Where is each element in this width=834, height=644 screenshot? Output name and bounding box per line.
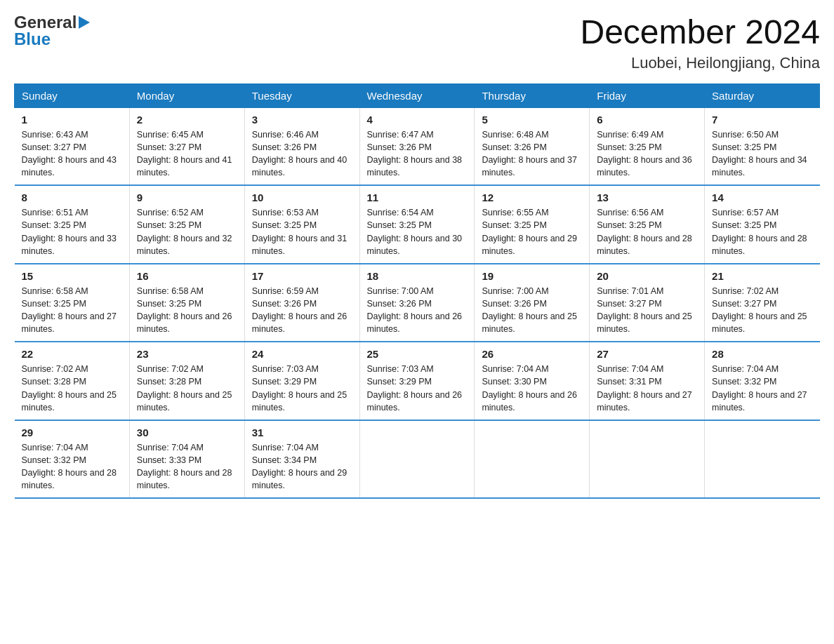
day-info: Sunrise: 7:04 AMSunset: 3:34 PMDaylight:… (252, 441, 352, 492)
logo-triangle-icon (79, 16, 90, 29)
weekday-header-friday: Friday (590, 83, 705, 107)
weekday-header-monday: Monday (129, 83, 244, 107)
day-info-line: Daylight: 8 hours and 25 minutes. (597, 311, 692, 334)
calendar-day-cell: 13Sunrise: 6:56 AMSunset: 3:25 PMDayligh… (590, 185, 705, 264)
day-info-line: Sunrise: 7:04 AM (712, 364, 779, 374)
day-info: Sunrise: 6:53 AMSunset: 3:25 PMDaylight:… (252, 206, 352, 257)
day-info-line: Sunset: 3:34 PM (252, 455, 317, 465)
logo-general-text: General (14, 13, 77, 32)
calendar-day-cell (359, 420, 475, 499)
day-info: Sunrise: 6:55 AMSunset: 3:25 PMDaylight:… (482, 206, 582, 257)
day-number: 14 (712, 192, 812, 203)
day-info-line: Sunrise: 6:53 AM (252, 208, 319, 217)
day-info-line: Sunset: 3:26 PM (252, 142, 317, 152)
day-info-line: Sunset: 3:25 PM (367, 220, 432, 230)
day-info-line: Sunrise: 7:01 AM (597, 286, 663, 296)
calendar-day-cell: 28Sunrise: 7:04 AMSunset: 3:32 PMDayligh… (705, 342, 820, 420)
day-info-line: Daylight: 8 hours and 28 minutes. (22, 468, 117, 490)
day-info: Sunrise: 6:57 AMSunset: 3:25 PMDaylight:… (712, 206, 812, 257)
weekday-header-wednesday: Wednesday (359, 83, 475, 107)
day-number: 13 (597, 192, 697, 203)
day-info-line: Sunset: 3:25 PM (137, 220, 201, 230)
day-info-line: Sunset: 3:27 PM (712, 299, 776, 309)
day-info-line: Sunrise: 6:56 AM (597, 208, 663, 217)
day-number: 19 (482, 270, 582, 282)
day-number: 10 (252, 192, 352, 203)
day-info-line: Daylight: 8 hours and 28 minutes. (712, 234, 807, 256)
calendar-day-cell (590, 420, 705, 499)
day-number: 9 (137, 192, 237, 203)
day-info-line: Sunrise: 6:58 AM (137, 286, 204, 296)
calendar-day-cell: 18Sunrise: 7:00 AMSunset: 3:26 PMDayligh… (359, 264, 475, 342)
day-number: 6 (597, 114, 697, 126)
day-info-line: Sunrise: 7:03 AM (367, 364, 434, 374)
weekday-header-tuesday: Tuesday (244, 83, 359, 107)
location-title: Luobei, Heilongjiang, China (580, 54, 820, 72)
day-info-line: Sunrise: 7:00 AM (482, 286, 548, 296)
calendar-week-row: 29Sunrise: 7:04 AMSunset: 3:32 PMDayligh… (15, 420, 820, 499)
day-info-line: Sunset: 3:30 PM (482, 377, 546, 387)
day-info: Sunrise: 7:03 AMSunset: 3:29 PMDaylight:… (367, 363, 468, 414)
calendar-body: 1Sunrise: 6:43 AMSunset: 3:27 PMDaylight… (15, 107, 820, 498)
day-info: Sunrise: 6:46 AMSunset: 3:26 PMDaylight:… (252, 128, 352, 180)
day-number: 8 (22, 192, 122, 203)
day-info-line: Daylight: 8 hours and 43 minutes. (22, 155, 117, 177)
day-number: 15 (22, 270, 122, 282)
calendar-day-cell: 10Sunrise: 6:53 AMSunset: 3:25 PMDayligh… (244, 185, 359, 264)
calendar-day-cell: 15Sunrise: 6:58 AMSunset: 3:25 PMDayligh… (15, 264, 130, 342)
day-info-line: Daylight: 8 hours and 26 minutes. (482, 390, 577, 412)
calendar-week-row: 1Sunrise: 6:43 AMSunset: 3:27 PMDaylight… (15, 107, 820, 185)
day-info: Sunrise: 6:43 AMSunset: 3:27 PMDaylight:… (22, 128, 122, 180)
day-info-line: Sunset: 3:25 PM (22, 299, 86, 309)
day-info-line: Sunset: 3:31 PM (597, 377, 661, 387)
day-info-line: Sunrise: 7:02 AM (22, 364, 88, 374)
calendar-header: SundayMondayTuesdayWednesdayThursdayFrid… (15, 83, 820, 107)
day-info: Sunrise: 7:02 AMSunset: 3:27 PMDaylight:… (712, 285, 812, 336)
calendar-day-cell: 19Sunrise: 7:00 AMSunset: 3:26 PMDayligh… (475, 264, 590, 342)
day-number: 25 (367, 348, 468, 360)
calendar-day-cell: 16Sunrise: 6:58 AMSunset: 3:25 PMDayligh… (129, 264, 244, 342)
day-info-line: Daylight: 8 hours and 28 minutes. (597, 234, 692, 256)
day-info-line: Daylight: 8 hours and 32 minutes. (137, 234, 232, 256)
calendar-day-cell: 27Sunrise: 7:04 AMSunset: 3:31 PMDayligh… (590, 342, 705, 420)
calendar-day-cell: 9Sunrise: 6:52 AMSunset: 3:25 PMDaylight… (129, 185, 244, 264)
logo: General Blue (14, 14, 90, 48)
day-number: 7 (712, 114, 812, 126)
day-info-line: Sunset: 3:32 PM (712, 377, 776, 387)
day-info: Sunrise: 7:04 AMSunset: 3:32 PMDaylight:… (712, 363, 812, 414)
month-title: December 2024 (580, 14, 820, 51)
day-info: Sunrise: 7:04 AMSunset: 3:30 PMDaylight:… (482, 363, 582, 414)
day-info-line: Daylight: 8 hours and 29 minutes. (482, 234, 577, 256)
day-info-line: Sunset: 3:26 PM (367, 299, 432, 309)
logo-line2: Blue (14, 31, 51, 48)
day-number: 17 (252, 270, 352, 282)
weekday-header-thursday: Thursday (475, 83, 590, 107)
day-info-line: Sunset: 3:25 PM (137, 299, 201, 309)
day-info-line: Sunset: 3:32 PM (22, 455, 86, 465)
day-info-line: Sunset: 3:25 PM (482, 220, 546, 230)
day-info: Sunrise: 7:04 AMSunset: 3:32 PMDaylight:… (22, 441, 122, 492)
day-info-line: Daylight: 8 hours and 25 minutes. (482, 311, 577, 334)
calendar-day-cell: 26Sunrise: 7:04 AMSunset: 3:30 PMDayligh… (475, 342, 590, 420)
day-info-line: Sunset: 3:26 PM (367, 142, 432, 152)
calendar-day-cell: 24Sunrise: 7:03 AMSunset: 3:29 PMDayligh… (244, 342, 359, 420)
day-info-line: Sunset: 3:26 PM (482, 299, 546, 309)
day-info-line: Daylight: 8 hours and 33 minutes. (22, 234, 117, 256)
day-info-line: Daylight: 8 hours and 25 minutes. (252, 390, 348, 412)
day-info-line: Daylight: 8 hours and 34 minutes. (712, 155, 807, 177)
day-info-line: Daylight: 8 hours and 28 minutes. (137, 468, 232, 490)
day-info-line: Daylight: 8 hours and 26 minutes. (367, 311, 463, 334)
day-info-line: Daylight: 8 hours and 40 minutes. (252, 155, 348, 177)
day-info: Sunrise: 7:04 AMSunset: 3:31 PMDaylight:… (597, 363, 697, 414)
day-info-line: Daylight: 8 hours and 25 minutes. (712, 311, 807, 334)
day-info: Sunrise: 6:58 AMSunset: 3:25 PMDaylight:… (137, 285, 237, 336)
calendar-day-cell: 12Sunrise: 6:55 AMSunset: 3:25 PMDayligh… (475, 185, 590, 264)
day-number: 11 (367, 192, 468, 203)
weekday-header-row: SundayMondayTuesdayWednesdayThursdayFrid… (15, 83, 820, 107)
day-number: 24 (252, 348, 352, 360)
day-info-line: Sunrise: 7:04 AM (482, 364, 548, 374)
day-info-line: Daylight: 8 hours and 26 minutes. (137, 311, 232, 334)
day-info-line: Sunset: 3:25 PM (597, 220, 661, 230)
calendar-day-cell: 21Sunrise: 7:02 AMSunset: 3:27 PMDayligh… (705, 264, 820, 342)
day-info: Sunrise: 6:52 AMSunset: 3:25 PMDaylight:… (137, 206, 237, 257)
